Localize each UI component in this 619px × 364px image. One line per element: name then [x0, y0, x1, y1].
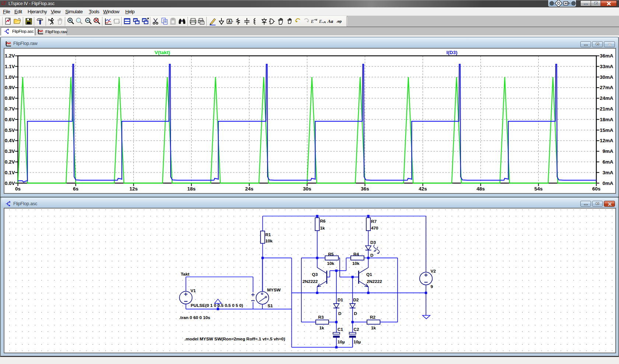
svg-text:1k: 1k [371, 325, 376, 330]
svg-text:A: A [228, 20, 231, 24]
svg-text:10k: 10k [265, 238, 273, 244]
svg-text:V2: V2 [431, 269, 436, 274]
svg-text:27mA: 27mA [600, 85, 613, 90]
svg-text:15mA: 15mA [600, 127, 613, 133]
svg-text:0.7V: 0.7V [5, 106, 15, 112]
svg-text:2N2222: 2N2222 [302, 279, 318, 284]
svg-text:12mA: 12mA [600, 138, 613, 143]
svg-text:D: D [338, 311, 342, 316]
svg-text:33mA: 33mA [600, 64, 613, 69]
svg-text:C2: C2 [354, 327, 360, 332]
svg-text:V1: V1 [190, 288, 196, 293]
svg-text:1.2V: 1.2V [5, 53, 15, 59]
svg-text:3mA: 3mA [602, 170, 613, 175]
svg-text:Aa: Aa [327, 18, 333, 24]
svg-text:24s: 24s [245, 186, 253, 192]
svg-text:18mA: 18mA [600, 117, 613, 122]
svg-text:60s: 60s [592, 186, 601, 192]
svg-text:MYSW: MYSW [267, 287, 281, 293]
svg-text:E: E [319, 19, 322, 24]
svg-text:0.9V: 0.9V [5, 85, 15, 90]
svg-text:T: T [3, 0, 6, 6]
svg-text:1.0V: 1.0V [5, 74, 15, 80]
svg-text:10µ: 10µ [354, 339, 361, 344]
svg-text:0s: 0s [15, 186, 21, 192]
svg-text:9mA: 9mA [602, 148, 613, 154]
svg-text:54s: 54s [534, 186, 543, 192]
svg-text:Q3: Q3 [312, 272, 318, 277]
svg-text:9: 9 [431, 284, 433, 289]
svg-text:R4: R4 [353, 252, 359, 257]
svg-text:D: D [370, 253, 374, 258]
svg-text:R1: R1 [265, 232, 271, 237]
svg-text:6s: 6s [73, 186, 78, 192]
svg-text:R3: R3 [318, 315, 324, 320]
svg-text:2N2222: 2N2222 [367, 279, 382, 284]
svg-text:0.2V: 0.2V [5, 159, 15, 165]
svg-text:1k: 1k [320, 225, 325, 231]
svg-text:D2: D2 [353, 297, 359, 302]
svg-text:0.3V: 0.3V [5, 148, 15, 154]
svg-text:0.4V: 0.4V [5, 138, 15, 143]
svg-text:1k: 1k [319, 325, 325, 330]
svg-text:E: E [311, 19, 314, 24]
svg-text:0.1V: 0.1V [5, 170, 15, 175]
svg-text:10µ: 10µ [338, 339, 345, 344]
svg-text:S1: S1 [267, 303, 273, 308]
svg-text:Q1: Q1 [366, 272, 372, 277]
svg-text:42s: 42s [419, 186, 427, 192]
svg-text:.op: .op [336, 19, 342, 23]
svg-text:0.0V: 0.0V [5, 181, 15, 186]
svg-text:D3: D3 [370, 240, 376, 245]
svg-text:R7: R7 [371, 219, 377, 224]
svg-text:D1: D1 [338, 297, 343, 302]
svg-text:30mA: 30mA [600, 74, 613, 80]
svg-text:PULSE(0 1 0 0.5 0.5 0 5 0): PULSE(0 1 0 0.5 0.5 0 5 0) [191, 303, 243, 308]
svg-text:24mA: 24mA [600, 95, 613, 101]
svg-text:30s: 30s [303, 186, 311, 192]
svg-text:18s: 18s [187, 186, 196, 192]
svg-text:36s: 36s [361, 186, 369, 192]
svg-text:0.5V: 0.5V [5, 127, 15, 133]
svg-text:D: D [354, 311, 357, 316]
svg-text:470: 470 [371, 225, 378, 231]
svg-text:48s: 48s [476, 186, 485, 192]
svg-text:.tran 0 60 0 10s: .tran 0 60 0 10s [179, 315, 210, 320]
svg-text:R2: R2 [370, 315, 376, 320]
svg-text:R5: R5 [328, 252, 334, 257]
svg-text:0.8V: 0.8V [5, 95, 15, 101]
svg-text:0mA: 0mA [602, 181, 613, 186]
svg-text:10k: 10k [327, 261, 335, 266]
svg-text:0.6V: 0.6V [5, 117, 15, 122]
svg-text:Takt: Takt [181, 272, 189, 277]
svg-text:.model MYSW SW(Ron=2meg Roff=.: .model MYSW SW(Ron=2meg Roff=.1 vt=.5 vh… [185, 336, 285, 342]
svg-text:10k: 10k [352, 261, 360, 266]
svg-text:36mA: 36mA [600, 53, 613, 59]
svg-text:1.1V: 1.1V [5, 64, 15, 69]
svg-text:R6: R6 [320, 218, 326, 224]
svg-text:I(D3): I(D3) [447, 50, 458, 55]
svg-text:12s: 12s [129, 186, 138, 192]
svg-text:21mA: 21mA [600, 106, 613, 112]
svg-text:C1: C1 [338, 327, 343, 332]
svg-text:V(takt): V(takt) [154, 50, 170, 55]
svg-text:6mA: 6mA [602, 159, 613, 165]
